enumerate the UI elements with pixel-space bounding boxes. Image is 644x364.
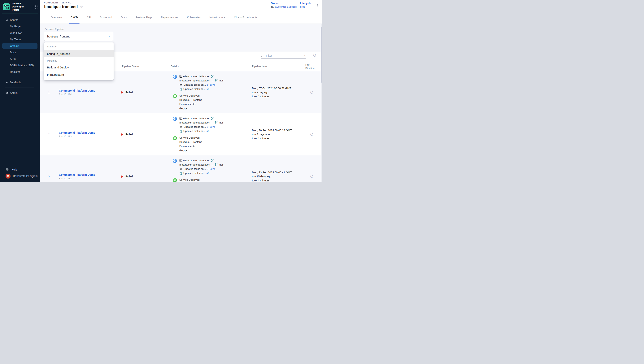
lifecycle-block: Lifecycle prod	[300, 2, 311, 8]
pr-link[interactable]: #8	[206, 129, 210, 133]
tab-overview[interactable]: Overview	[46, 11, 66, 24]
commit-link[interactable]: 54607b	[207, 125, 215, 129]
failed-status-dot	[121, 92, 123, 94]
sidebar-item-workflows[interactable]: Workflows	[0, 30, 40, 36]
pipeline-time-cell: Mon, 30 Sep 2024 00:00:28 GMT run 8 days…	[249, 128, 306, 140]
commit-message: Updated tasks on...	[184, 167, 206, 171]
rerun-pipeline-icon[interactable]: ↺	[310, 90, 314, 95]
tab-cicd[interactable]: CI/CD	[66, 11, 82, 24]
repo-name: e2e-commercial-hosted	[183, 74, 210, 78]
sidebar-item-my-team[interactable]: My Team	[0, 36, 40, 43]
pipeline-select[interactable]: boutique_frontend ▲	[44, 32, 114, 41]
help-chat-icon: ?	[6, 168, 9, 171]
menu-option-infrastructure[interactable]: Infrastructure	[44, 71, 114, 78]
row-number: 2	[46, 133, 59, 136]
tab-kubernetes[interactable]: Kubernetes	[182, 11, 205, 24]
commit-icon	[179, 168, 182, 170]
pr-message: Updated tasks on...	[183, 87, 206, 91]
sidebar-item-catalog[interactable]: Catalog	[2, 43, 38, 49]
sidebar-nav: Search My Page Workflows My Team Catalog…	[0, 14, 40, 96]
commit-icon	[179, 126, 182, 128]
deployed-service: Boutique - Frontend	[179, 98, 202, 102]
table-row: 3 Commercial Platform Demo Run ID: 182 F…	[40, 156, 322, 182]
clear-filter-icon[interactable]: ✕	[304, 54, 306, 57]
app-grid-icon[interactable]	[34, 5, 38, 8]
menu-option-build-and-deploy[interactable]: Build and Deploy	[44, 64, 114, 71]
sidebar-item-label: My Page	[10, 25, 20, 28]
run-ago: run a day ago	[252, 90, 306, 94]
sidebar-item-label: Admin	[10, 92, 18, 94]
filter-input[interactable]	[266, 54, 296, 57]
tab-docs[interactable]: Docs	[116, 11, 131, 24]
app-window: Internal Developer Portal Search My Page…	[0, 0, 322, 182]
sidebar-footer: ? Help DP Debabrata Panigrahi	[0, 166, 40, 179]
more-options-kebab-icon[interactable]	[317, 3, 319, 8]
tab-infrastructure[interactable]: Infrastructure	[205, 11, 230, 24]
help-button[interactable]: ? Help	[0, 166, 40, 173]
sidebar-item-dora-metrics[interactable]: DORA Metrics (SEI)	[0, 62, 40, 69]
sidebar-item-label: DevTools	[10, 81, 21, 84]
table-row: 2 Commercial Platform Demo Run ID: 183 F…	[40, 113, 322, 156]
cd-stage-icon	[173, 178, 177, 182]
user-menu[interactable]: DP Debabrata Panigrahi	[0, 173, 40, 179]
target-branch: main	[219, 121, 224, 125]
wrench-icon	[6, 81, 8, 84]
commit-link[interactable]: 54607b	[207, 83, 215, 87]
arrow-right-icon: →	[211, 79, 214, 82]
pipeline-link[interactable]: Commercial Platform Demo	[59, 173, 118, 176]
status-text: Failed	[126, 175, 133, 178]
refresh-icon[interactable]: ↺	[313, 53, 316, 58]
tab-api[interactable]: API	[82, 11, 96, 24]
menu-option-boutique-frontend[interactable]: boutique_frontend	[44, 50, 114, 57]
search-icon	[6, 18, 8, 22]
source-branch: feature/corruptedexception	[179, 121, 210, 125]
pr-link[interactable]: #8	[206, 87, 210, 91]
caret-up-icon: ▲	[108, 35, 110, 38]
tab-scorecard[interactable]: Scorecard	[96, 11, 116, 24]
commit-link[interactable]: 54607b	[207, 167, 215, 171]
entity-header: COMPONENT — SERVICE boutique-frontend ☆ …	[40, 0, 322, 11]
run-date: Mon, 23 Sep 2024 00:00:41 GMT	[252, 170, 306, 174]
favorite-star-icon[interactable]: ☆	[80, 5, 83, 8]
git-branch-icon	[211, 75, 214, 78]
sidebar-item-search[interactable]: Search	[0, 17, 40, 23]
pipeline-time-cell: Mon, 07 Oct 2024 00:00:52 GMT run a day …	[249, 86, 306, 98]
status-cell: Failed	[118, 91, 170, 94]
ci-stage-icon	[173, 116, 177, 133]
pipeline-link[interactable]: Commercial Platform Demo	[59, 89, 118, 92]
owner-label: Owner	[271, 2, 296, 4]
sidebar-item-devtools[interactable]: DevTools	[0, 79, 40, 86]
pull-request-icon	[179, 130, 182, 133]
arrow-right-icon: →	[211, 163, 214, 167]
run-ago: run 15 days ago	[252, 174, 306, 178]
pipeline-name-cell: Commercial Platform Demo Run ID: 182	[59, 173, 118, 180]
source-branch: feature/corruptedexception	[179, 163, 210, 167]
rerun-pipeline-icon[interactable]: ↺	[310, 132, 314, 137]
tab-dependencies[interactable]: Dependencies	[156, 11, 182, 24]
repository-icon	[179, 159, 182, 162]
vertical-scrollbar[interactable]	[321, 24, 322, 182]
menu-group-services: Services	[44, 43, 114, 50]
rerun-pipeline-icon[interactable]: ↺	[310, 174, 314, 179]
sidebar-item-admin[interactable]: Admin	[0, 90, 40, 96]
sidebar-item-apis[interactable]: APIs	[0, 56, 40, 62]
sidebar-item-my-page[interactable]: My Page	[0, 23, 40, 30]
tab-chaos-experiments[interactable]: Chaos Experiments	[230, 11, 262, 24]
app-logo-icon[interactable]	[3, 3, 10, 10]
sidebar-item-docs[interactable]: Docs	[0, 49, 40, 56]
deployed-service: Boutique - Frontend	[179, 140, 202, 144]
git-branch-icon	[215, 79, 218, 82]
status-cell: Failed	[118, 133, 170, 136]
sidebar-item-register[interactable]: Register	[0, 69, 40, 75]
deployed-label: Service Deployed:	[179, 136, 202, 140]
pipeline-link[interactable]: Commercial Platform Demo	[59, 131, 118, 134]
scrollbar-thumb[interactable]	[321, 27, 322, 82]
pr-link[interactable]: #8	[206, 171, 210, 175]
environments-label: Environments:	[179, 102, 202, 106]
filter-field[interactable]: ✕	[261, 54, 306, 59]
repo-name: e2e-commercial-hosted	[183, 116, 210, 120]
owner-link[interactable]: Customer Success	[275, 5, 296, 8]
tab-feature-flags[interactable]: Feature Flags	[131, 11, 156, 24]
failed-status-dot	[121, 134, 123, 136]
repo-name: e2e-commercial-hosted	[183, 159, 210, 162]
